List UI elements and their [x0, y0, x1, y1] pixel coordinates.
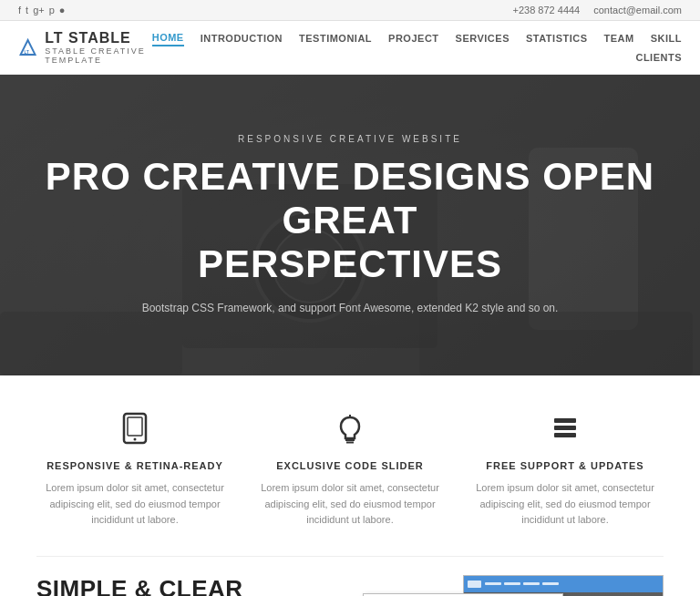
logo-text: LT STABLE STABLE CREATIVE TEMPLATE: [45, 30, 152, 65]
nav-item-statistics[interactable]: STATISTICS: [526, 31, 588, 46]
lightbulb-icon: [261, 412, 439, 449]
svg-text:LT: LT: [25, 50, 29, 55]
nav-row-1: HOME INTRODUCTION TESTIMONIAL PROJECT SE…: [152, 30, 682, 46]
email-address: contact@email.com: [593, 5, 682, 15]
feature-title-slider: EXCLUSIVE CODE SLIDER: [261, 460, 439, 471]
googleplus-icon[interactable]: g+: [33, 5, 45, 15]
main-nav: HOME INTRODUCTION TESTIMONIAL PROJECT SE…: [152, 30, 682, 65]
feature-slider: EXCLUSIVE CODE SLIDER Lorem ipsum dolor …: [252, 412, 448, 529]
screenshot-preview: PRO CREATIVE DESIGNS OPENGREAT PERSPECTI…: [363, 575, 664, 596]
layers-icon: [476, 412, 654, 449]
section-title: SIMPLE & CLEAR DESIGN: [36, 575, 335, 596]
logo-icon: LT: [18, 33, 37, 62]
feature-responsive: RESPONSIVE & RETINA-READY Lorem ipsum do…: [36, 412, 233, 529]
hero-content: RESPONSIVE CREATIVE WEBSITE PRO CREATIVE…: [9, 134, 691, 317]
features-section: RESPONSIVE & RETINA-READY Lorem ipsum do…: [0, 375, 700, 556]
hero-subtitle: Bootstrap CSS Framework, and support Fon…: [131, 300, 569, 316]
nav-item-skill[interactable]: SKILL: [651, 31, 682, 46]
nav-item-team[interactable]: TEAM: [604, 31, 634, 46]
svg-point-13: [134, 438, 137, 441]
feature-support: FREE SUPPORT & UPDATES Lorem ipsum dolor…: [467, 412, 664, 529]
nav-row-2: CLIENTS: [635, 50, 682, 65]
social-links[interactable]: f t g+ p ●: [18, 5, 65, 15]
back-nav-logo: [468, 581, 481, 588]
nav-item-project[interactable]: PROJECT: [388, 31, 438, 46]
content-right: PRO CREATIVE DESIGNS OPENGREAT PERSPECTI…: [363, 575, 664, 596]
content-left: SIMPLE & CLEAR DESIGN Lorem ipsum dolor …: [36, 575, 335, 596]
svg-rect-19: [554, 426, 576, 430]
hero-section: RESPONSIVE CREATIVE WEBSITE PRO CREATIVE…: [0, 75, 700, 375]
nav-item-clients[interactable]: CLIENTS: [635, 50, 682, 65]
feature-desc-support: Lorem ipsum dolor sit amet, consectetur …: [476, 480, 654, 529]
facebook-icon[interactable]: f: [18, 5, 21, 15]
social-icons-group: f t g+ p ●: [18, 5, 65, 15]
nav-item-services[interactable]: SERVICES: [456, 31, 510, 46]
feature-title-support: FREE SUPPORT & UPDATES: [476, 460, 654, 471]
nav-item-testimonial[interactable]: TESTIMONIAL: [299, 31, 372, 46]
top-bar: f t g+ p ● +238 872 4444 contact@email.c…: [0, 0, 700, 21]
nav-item-home[interactable]: HOME: [152, 30, 184, 46]
feature-desc-responsive: Lorem ipsum dolor sit amet, consectetur …: [46, 480, 224, 529]
svg-rect-20: [554, 433, 576, 437]
pinterest-icon[interactable]: p: [49, 5, 55, 15]
site-logo[interactable]: LT LT STABLE STABLE CREATIVE TEMPLATE: [18, 30, 152, 65]
tablet-icon: [46, 412, 224, 449]
hero-title: PRO CREATIVE DESIGNS OPEN GREAT PERSPECT…: [46, 155, 654, 287]
nav-item-introduction[interactable]: INTRODUCTION: [201, 31, 283, 46]
feature-desc-slider: Lorem ipsum dolor sit amet, consectetur …: [261, 480, 439, 529]
svg-rect-18: [554, 418, 576, 423]
content-section: SIMPLE & CLEAR DESIGN Lorem ipsum dolor …: [0, 557, 700, 596]
back-nav: [464, 576, 663, 592]
feature-title-responsive: RESPONSIVE & RETINA-READY: [46, 460, 224, 471]
hero-tagline: RESPONSIVE CREATIVE WEBSITE: [46, 134, 654, 144]
twitter-icon[interactable]: t: [26, 5, 28, 15]
contact-info: +238 872 4444 contact@email.com: [513, 5, 682, 15]
instagram-icon[interactable]: ●: [59, 5, 66, 15]
phone-number: +238 872 4444: [513, 5, 581, 15]
svg-rect-14: [128, 417, 142, 436]
site-header: LT LT STABLE STABLE CREATIVE TEMPLATE HO…: [0, 21, 700, 75]
